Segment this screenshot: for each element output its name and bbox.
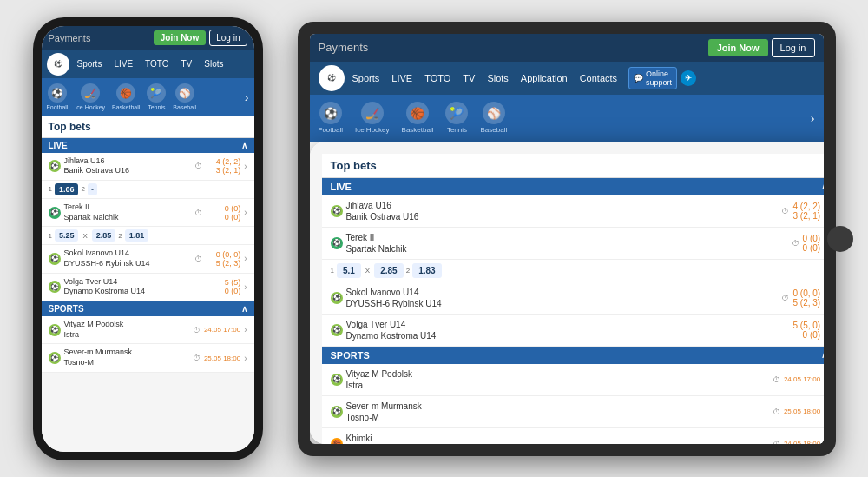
tablet-device: Payments Join Now Log in ⚽ Sports LIVE T… — [298, 22, 836, 456]
match2-arrow[interactable]: › — [244, 208, 247, 217]
phone-sport-basketball[interactable]: 🏀 Basketball — [112, 83, 140, 110]
match3-arrow[interactable]: › — [244, 254, 247, 263]
phone-sports-match-1: ⚽ Vityaz M Podolsk Istra ⏱ 24.05 17:00 › — [42, 316, 254, 344]
telegram-icon[interactable]: ✈ — [681, 70, 696, 86]
tm4-team1: Volga Tver U14 — [346, 319, 790, 330]
phone-nav-live[interactable]: LIVE — [109, 56, 137, 71]
match1-arrow[interactable]: › — [244, 162, 247, 171]
tablet-sports-arrow[interactable]: › — [811, 111, 815, 125]
sports-chevron: ∧ — [241, 304, 247, 314]
match4-arrow[interactable]: › — [244, 282, 247, 292]
basketball-label: Basketball — [112, 104, 140, 110]
sm1-arrow[interactable]: › — [244, 325, 247, 335]
tablet-home-button[interactable] — [827, 226, 853, 252]
tablet-nav-sports[interactable]: Sports — [348, 70, 385, 86]
tm4-info: Volga Tver U14 Dynamo Kostroma U14 — [346, 319, 790, 341]
tablet-nav-tv[interactable]: TV — [458, 70, 479, 86]
tm3-team2: DYUSSH-6 Rybinsk U14 — [346, 298, 779, 309]
tm1-team1: Jihlava U16 — [346, 200, 779, 211]
tablet-nav-contacts[interactable]: Contacts — [575, 70, 621, 86]
tablet-join-button[interactable]: Join Now — [708, 39, 768, 56]
t-football-label: Football — [319, 126, 343, 134]
tablet-live-match-1: ⚽ Jihlava U16 Banik Ostrava U16 ⏱ 4 (2, … — [322, 195, 824, 228]
phone-nav-tv[interactable]: TV — [177, 56, 197, 71]
phone-nav-slots[interactable]: Slots — [200, 56, 227, 71]
tablet-nav-live[interactable]: LIVE — [387, 70, 417, 86]
tablet-sport-basketball[interactable]: 🏀 Basketball — [402, 102, 434, 134]
phone-sport-tennis[interactable]: 🎾 Tennis — [147, 83, 166, 110]
phone-sport-baseball[interactable]: ⚾ Baseball — [173, 83, 196, 110]
tablet-sport-icehockey[interactable]: 🏒 Ice Hockey — [355, 102, 390, 134]
tsm1-date: 24.05 17:00 — [784, 375, 820, 383]
tablet-sport-football[interactable]: ⚽ Football — [319, 102, 343, 134]
todd2-x[interactable]: 2.85 — [374, 263, 403, 278]
phone-odds-2: 1 5.25 X 2.85 2 1.81 — [42, 227, 254, 245]
phone-top-buttons: Join Now Log in — [154, 30, 247, 46]
phone-sports-icons-bar: ⚽ Football 🏒 Ice Hockey 🏀 Basketball 🎾 T… — [42, 78, 254, 116]
sm1-team1: Vityaz M Podolsk — [64, 320, 189, 330]
tablet-nav-toto[interactable]: TOTO — [420, 70, 455, 86]
tablet-online-support[interactable]: 💬 Onlinesupport ✈ — [628, 67, 696, 89]
phone-join-button[interactable]: Join Now — [154, 30, 206, 45]
t-football-icon: ⚽ — [319, 102, 342, 124]
phone-screen: Payments Join Now Log in ⚽ Sports LIVE T… — [42, 26, 254, 452]
match4-sport-icon: ⚽ — [49, 281, 61, 293]
tablet-login-button[interactable]: Log in — [772, 38, 815, 57]
tm4-team2: Dynamo Kostroma U14 — [346, 330, 790, 341]
football-icon: ⚽ — [48, 83, 67, 103]
tm3-clock: ⏱ — [781, 294, 789, 302]
tsm1-team2: Istra — [346, 380, 769, 391]
phone-sports-arrow[interactable]: › — [245, 90, 249, 104]
sm1-team2: Istra — [64, 330, 189, 341]
tablet-nav-bar: ⚽ Sports LIVE TOTO TV Slots Application … — [310, 62, 824, 95]
tsm3-team1: Khimki — [346, 433, 769, 444]
tablet-nav-slots[interactable]: Slots — [483, 70, 512, 86]
icehockey-label: Ice Hockey — [75, 104, 105, 110]
phone-login-button[interactable]: Log in — [209, 30, 247, 46]
match2-team1: Terek II — [64, 202, 192, 213]
t-live-chevron: ∧ — [821, 182, 824, 191]
tm1-clock: ⏱ — [781, 207, 789, 215]
odd1-2[interactable]: - — [88, 183, 97, 195]
tsm2-date: 25.05 18:00 — [784, 407, 820, 415]
match3-team1: Sokol Ivanovo U14 — [64, 248, 192, 259]
tsm3-clock: ⏱ — [773, 440, 780, 444]
phone-nav-toto[interactable]: TOTO — [141, 56, 173, 71]
odd1-1[interactable]: 1.06 — [55, 183, 79, 195]
phone-sport-icehockey[interactable]: 🏒 Ice Hockey — [75, 83, 105, 110]
tablet-top-bar: Payments Join Now Log in — [310, 34, 824, 62]
phone-top-bets-header: Top bets — [42, 116, 254, 138]
sm2-arrow[interactable]: › — [244, 354, 247, 363]
tablet-sport-baseball[interactable]: ⚾ Baseball — [480, 102, 507, 134]
sm2-team1: Sever-m Murmansk — [64, 348, 189, 358]
tablet-nav-application[interactable]: Application — [516, 70, 572, 86]
match3-info: Sokol Ivanovo U14 DYUSSH-6 Rybinsk U14 — [64, 248, 192, 268]
phone-device: Payments Join Now Log in ⚽ Sports LIVE T… — [33, 17, 263, 460]
tsm2-team2: Tosno-M — [346, 412, 769, 423]
match1-team2: Banik Ostrava U16 — [64, 166, 192, 176]
odd2-x[interactable]: 2.85 — [92, 229, 116, 242]
phone-odds-1: 1 1.06 2 - — [42, 181, 254, 199]
tm1-team2: Banik Ostrava U16 — [346, 211, 779, 222]
sm1-clock: ⏱ — [193, 326, 201, 335]
tablet-top-buttons: Join Now Log in — [708, 38, 815, 57]
support-icon: 💬 — [634, 74, 643, 83]
t-tennis-icon: 🎾 — [445, 102, 468, 124]
phone-nav-sports[interactable]: Sports — [73, 56, 107, 71]
match2-info: Terek II Spartak Nalchik — [64, 202, 192, 222]
tm3-info: Sokol Ivanovo U14 DYUSSH-6 Rybinsk U14 — [346, 287, 779, 309]
tennis-icon: 🎾 — [147, 83, 166, 103]
tablet-sports-match-1: ⚽ Vityaz M Podolsk Istra ⏱ 24.05 17:00 › — [322, 364, 824, 396]
sm2-team2: Tosno-M — [64, 358, 189, 368]
tablet-sport-tennis[interactable]: 🎾 Tennis — [445, 102, 468, 134]
sm2-sport-icon: ⚽ — [49, 352, 61, 364]
tablet-live-section: LIVE ∧ — [322, 178, 824, 195]
todd2-1[interactable]: 5.1 — [337, 263, 361, 278]
phone-title: Payments — [49, 33, 91, 43]
phone-sport-football[interactable]: ⚽ Football — [47, 83, 69, 110]
odd2-1[interactable]: 5.25 — [55, 229, 79, 242]
todd2-2[interactable]: 1.83 — [412, 263, 441, 278]
match4-team2: Dynamo Kostroma U14 — [64, 287, 203, 297]
t-baseball-label: Baseball — [480, 126, 507, 134]
odd2-2[interactable]: 1.81 — [125, 229, 149, 242]
